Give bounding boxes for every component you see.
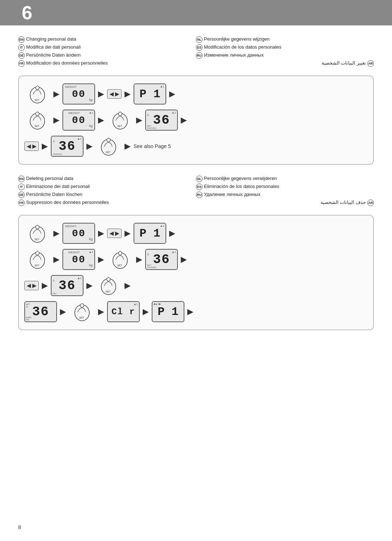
arrow-1-1: ▶: [53, 89, 60, 99]
hand-set-d2-1: SET: [24, 223, 50, 244]
svg-point-2: [36, 86, 39, 90]
lang-item-it-2: IT Eliminazione dei dati personali: [18, 184, 196, 190]
badge-ru: RU: [196, 52, 203, 59]
arrow-3-1: ▶: [42, 142, 48, 151]
svg-point-10: [118, 112, 122, 116]
lcd-36-change-1: ▲1 8 36 DETCHANGE: [145, 110, 178, 131]
lcd-weight-00-2: ▲1 WEIGHT 00 kg: [62, 110, 95, 131]
lcd-d2-8-label-2: 8: [53, 279, 54, 282]
nav-right-d2-2: ▶: [32, 283, 36, 288]
lcd-d2-36-change: ▲1 8 36 DETCHANGE: [145, 249, 178, 270]
lcd-weight-value-2: 00: [72, 115, 86, 126]
section2-lang-labels: EN Deleting personal data IT Eliminazion…: [18, 176, 374, 208]
lcd-d2-36-sel: ▲1 8 36 GREESEL: [24, 301, 57, 322]
nav-lr-d2-1: ◀ ▶: [107, 229, 122, 238]
arrow-d2-4-3: ▶: [143, 307, 149, 316]
arrow-d2-1-2: ▶: [98, 229, 104, 238]
lcd-36-value-2: 36: [58, 139, 75, 154]
lang-text-ar: تغيير البيانات الشخصية: [322, 60, 366, 66]
svg-point-34: [80, 304, 84, 307]
lcd-clr-value: Cl r: [111, 307, 135, 317]
lcd-indicator-1: ▲1: [160, 85, 164, 88]
lang-text-ru: Изменение личных данных: [204, 52, 264, 58]
see-also-text: See also Page 5: [134, 143, 171, 149]
lcd-indicator-4: ▲1: [77, 137, 82, 140]
arrow-2-2: ▶: [98, 115, 104, 125]
lang-item-de-2: DE Persönliche Daten löschen: [18, 192, 196, 198]
svg-text:SET: SET: [106, 290, 111, 293]
lang-item-ru-2: RU Удаление личных данных: [196, 192, 374, 198]
hand-set-d2-4: SET: [95, 275, 122, 296]
lang-text-en: Changing personal data: [26, 36, 76, 42]
lcd-d2-indicator-5: ▲1: [26, 303, 30, 305]
nav-right-d2: ▶: [115, 230, 119, 236]
svg-text:SET: SET: [79, 316, 84, 319]
lang-col-right-2: NL Persoonlijke gegevens verwijderen ES …: [196, 176, 374, 208]
lcd-p1-value: P 1: [139, 87, 160, 101]
lang-text-fr: Modification des données personnelles: [26, 60, 108, 66]
hand-set-3: SET: [107, 110, 133, 131]
badge-ru-2: RU: [196, 192, 203, 198]
badge-de-2: DE: [18, 192, 25, 198]
lang-item-nl-2: NL Persoonlijke gegevens verwijderen: [196, 176, 374, 182]
lang-item-it-1: IT Modifica dei dati personali: [18, 44, 196, 51]
lang-text-nl: Persoonlijke gegevens wijzigen: [204, 36, 270, 42]
diagram-box-2: SET ▶ WEIGHT 00 kg ▶ ◀ ▶ ▶ ▲1 P 1 ▶: [18, 215, 374, 330]
lang-text-de-2: Persönliche Daten löschen: [26, 192, 82, 197]
arrow-2-1: ▶: [53, 115, 60, 125]
lcd-d2-p1-value: P 1: [139, 227, 160, 240]
arrow-3-3: ▶: [124, 142, 131, 151]
nav-left-d2-2: ◀: [27, 283, 31, 288]
arrow-d2-2-3: ▶: [136, 255, 142, 264]
hand-set-d2-2: SET: [24, 249, 50, 270]
nav-left-2: ◀: [27, 143, 31, 149]
lang-text-ru-2: Удаление личных данных: [204, 192, 260, 197]
arrow-1-2: ▶: [98, 89, 104, 99]
lcd-d2-indicator-6: ▲1: [134, 303, 138, 306]
arrow-d2-2-1: ▶: [53, 255, 60, 264]
lang-item-fr-2: FR Suppression des données personnelles: [18, 200, 196, 206]
arrow-1-4: ▶: [169, 89, 175, 99]
arrow-d2-4-4: ▶: [187, 307, 193, 316]
lcd-8-label-2: 8: [53, 140, 54, 143]
lcd-d2-p1-1: ▲1 P 1: [134, 223, 166, 244]
lcd-d2-tl-indicator: ◀▲1▶: [153, 303, 161, 306]
badge-fr: FR: [18, 60, 25, 67]
lcd-del-label: DEL: [53, 292, 57, 295]
diagram1-row2: SET ▶ ▲1 WEIGHT 00 kg ▶ SET: [24, 110, 368, 131]
lcd-d2-weight-val: 00: [72, 228, 86, 239]
badge-en-2: EN: [18, 176, 25, 182]
svg-point-6: [36, 112, 39, 116]
diagram2-row1: SET ▶ WEIGHT 00 kg ▶ ◀ ▶ ▶ ▲1 P 1 ▶: [24, 223, 368, 244]
lang-item-ar-1: AR تغيير البيانات الشخصية: [196, 60, 374, 67]
lcd-d2-36-value-3: 36: [32, 304, 49, 319]
lcd-d2-weight-label: WEIGHT: [65, 225, 77, 228]
lang-item-de-1: DE Persönliche Daten ändern: [18, 52, 196, 59]
lang-text-es-2: Eliminación de los datos personales: [204, 184, 279, 189]
lcd-d2-p1-final-value: P 1: [158, 305, 179, 319]
svg-point-22: [36, 251, 39, 255]
svg-text:SET: SET: [34, 99, 40, 101]
badge-es: ES: [196, 44, 203, 51]
badge-de: DE: [18, 52, 25, 59]
header-bar: 6: [0, 0, 392, 25]
lcd-weight-00-1: WEIGHT 00 kg: [62, 83, 95, 104]
arrow-d2-4-1: ▶: [60, 307, 66, 316]
nav-left: ◀: [110, 91, 114, 97]
lcd-gree-sel: GREESEL: [26, 316, 32, 321]
svg-point-18: [36, 225, 39, 229]
lang-col-left-2: EN Deleting personal data IT Eliminazion…: [18, 176, 196, 208]
lang-item-es-1: ES Modificación de los datos personales: [196, 44, 374, 51]
lcd-indicator-2: ▲1: [89, 111, 93, 114]
lang-text-fr-2: Suppression des données personnelles: [26, 200, 109, 205]
diagram1-row3: ◀ ▶ ▶ ▲1 8 36 CHANGE ▶ SET: [24, 136, 368, 157]
badge-it: IT: [18, 44, 25, 51]
badge-ar-2: AR: [367, 200, 374, 206]
lcd-weight-label-2: WEIGHT: [68, 111, 80, 115]
lcd-d2-clr: ▲1 Cl r: [107, 301, 140, 322]
nav-lr-1: ◀ ▶: [107, 89, 122, 99]
lang-text-it: Modifica dei dati personali: [26, 44, 81, 50]
diagram2-row2: SET ▶ ▲1 WEIGHT 00 kg ▶ SET: [24, 249, 368, 270]
arrow-d2-1-3: ▶: [124, 229, 131, 238]
nav-lr-2: ◀ ▶: [24, 142, 39, 151]
